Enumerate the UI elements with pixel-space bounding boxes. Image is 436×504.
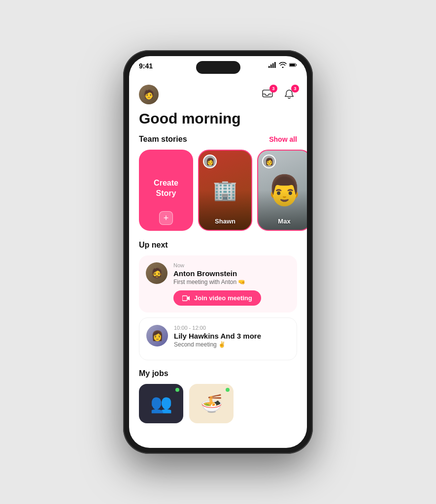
meeting-desc-2: Second meeting ✌ xyxy=(174,341,290,348)
notification-icons: 3 3 xyxy=(260,87,297,102)
battery-icon xyxy=(289,62,297,68)
meeting-card-2: 👩 10:00 - 12:00 Lily Hawkins And 3 more … xyxy=(139,317,297,360)
meeting-time-1: Now xyxy=(173,262,290,268)
meeting-avatar-1: 🧔 xyxy=(146,262,168,284)
up-next-section: Up next 🧔 Now Anton Brownstein First mee… xyxy=(129,239,307,360)
meeting-desc-1: First meeting with Anton 🤜 xyxy=(173,279,290,285)
inbox-button[interactable]: 3 xyxy=(260,87,275,102)
stories-scroll: CreateStory + 🏢 👩 Shawn 👨 👩 Max xyxy=(129,150,307,239)
story-avatar-max: 👩 xyxy=(262,155,276,168)
bell-badge: 3 xyxy=(291,85,299,93)
notch xyxy=(196,61,240,74)
header-row: 🧑 3 3 xyxy=(129,81,307,106)
meeting-name-2: Lily Hawkins And 3 more xyxy=(174,332,290,340)
wifi-icon xyxy=(279,62,287,68)
team-stories-title: Team stories xyxy=(139,135,187,144)
job-card-1[interactable]: 👥 xyxy=(139,384,183,423)
jobs-row: 👥 🍜 xyxy=(139,384,297,423)
user-avatar[interactable]: 🧑 xyxy=(139,85,159,104)
meeting-avatar-2: 👩 xyxy=(146,325,168,346)
status-bar: 9:41 xyxy=(129,56,307,81)
story-name-max: Max xyxy=(258,218,307,225)
screen-content: 🧑 3 3 xyxy=(129,56,307,448)
job-dot-2 xyxy=(226,388,230,392)
join-label: Join video meeting xyxy=(194,294,252,302)
my-jobs-section: My jobs 👥 🍜 xyxy=(129,365,307,431)
inbox-badge: 3 xyxy=(269,85,277,93)
meeting-time-2: 10:00 - 12:00 xyxy=(174,325,290,331)
show-all-button[interactable]: Show all xyxy=(269,135,297,143)
job-emoji-1: 👥 xyxy=(150,393,172,414)
greeting-text: Good morning xyxy=(129,106,307,135)
create-story-card[interactable]: CreateStory + xyxy=(139,150,193,231)
status-icons xyxy=(268,62,297,68)
meeting-card-1: 🧔 Now Anton Brownstein First meeting wit… xyxy=(139,255,297,313)
svg-rect-1 xyxy=(270,64,272,68)
bell-button[interactable]: 3 xyxy=(281,87,297,102)
job-dot-1 xyxy=(175,388,179,392)
meeting-name-1: Anton Brownstein xyxy=(173,269,290,278)
phone-screen: 9:41 xyxy=(129,56,307,448)
meeting-info-1: Now Anton Brownstein First meeting with … xyxy=(173,262,290,306)
join-video-button[interactable]: Join video meeting xyxy=(173,290,261,306)
job-emoji-2: 🍜 xyxy=(201,393,223,414)
story-card-max[interactable]: 👨 👩 Max xyxy=(257,150,307,231)
svg-rect-2 xyxy=(272,63,274,68)
meeting-info-2: 10:00 - 12:00 Lily Hawkins And 3 more Se… xyxy=(174,325,290,353)
meeting-row-1: 🧔 Now Anton Brownstein First meeting wit… xyxy=(146,262,290,306)
meeting-row-2: 👩 10:00 - 12:00 Lily Hawkins And 3 more … xyxy=(146,325,290,353)
story-card-shawn[interactable]: 🏢 👩 Shawn xyxy=(198,150,252,231)
signal-icon xyxy=(268,62,276,68)
phone-frame: 9:41 xyxy=(123,50,313,454)
create-story-label: CreateStory xyxy=(154,178,178,199)
team-stories-header: Team stories Show all xyxy=(129,135,307,150)
story-avatar-shawn: 👩 xyxy=(203,155,217,168)
svg-rect-7 xyxy=(182,296,187,301)
svg-rect-5 xyxy=(290,64,295,66)
svg-rect-3 xyxy=(274,62,276,68)
create-plus-icon: + xyxy=(159,211,173,225)
my-jobs-title: My jobs xyxy=(139,369,297,378)
job-card-2[interactable]: 🍜 xyxy=(189,384,234,423)
story-name-shawn: Shawn xyxy=(199,218,251,225)
up-next-title: Up next xyxy=(139,241,297,250)
status-time: 9:41 xyxy=(139,62,153,70)
svg-rect-0 xyxy=(268,66,270,68)
video-icon xyxy=(182,295,190,301)
